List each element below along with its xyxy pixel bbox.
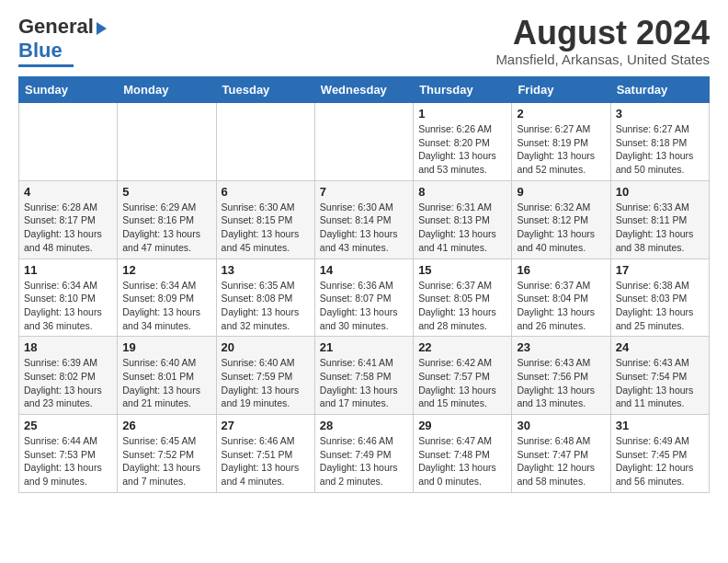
- day-info: Sunrise: 6:44 AM Sunset: 7:53 PM Dayligh…: [24, 434, 112, 488]
- calendar-cell: 11Sunrise: 6:34 AM Sunset: 8:10 PM Dayli…: [19, 259, 118, 337]
- day-info: Sunrise: 6:32 AM Sunset: 8:12 PM Dayligh…: [517, 201, 605, 255]
- title-area: August 2024 Mansfield, Arkansas, United …: [495, 15, 710, 67]
- day-info: Sunrise: 6:41 AM Sunset: 7:58 PM Dayligh…: [320, 356, 408, 410]
- calendar-cell: 5Sunrise: 6:29 AM Sunset: 8:16 PM Daylig…: [118, 180, 216, 259]
- header-day-thursday: Thursday: [414, 77, 512, 103]
- day-info: Sunrise: 6:31 AM Sunset: 8:13 PM Dayligh…: [418, 201, 506, 255]
- calendar-cell: 18Sunrise: 6:39 AM Sunset: 8:02 PM Dayli…: [19, 337, 118, 415]
- calendar-cell: 31Sunrise: 6:49 AM Sunset: 7:45 PM Dayli…: [610, 415, 709, 493]
- day-number: 5: [122, 185, 210, 199]
- calendar-cell: 23Sunrise: 6:43 AM Sunset: 7:56 PM Dayli…: [512, 337, 610, 415]
- logo-text-general: General: [18, 15, 94, 39]
- day-info: Sunrise: 6:29 AM Sunset: 8:16 PM Dayligh…: [122, 201, 210, 255]
- day-number: 10: [616, 185, 704, 199]
- calendar-cell: 30Sunrise: 6:48 AM Sunset: 7:47 PM Dayli…: [512, 415, 610, 493]
- calendar-cell: [314, 103, 413, 181]
- location-title: Mansfield, Arkansas, United States: [495, 52, 710, 67]
- calendar-cell: 24Sunrise: 6:43 AM Sunset: 7:54 PM Dayli…: [610, 337, 709, 415]
- day-info: Sunrise: 6:30 AM Sunset: 8:15 PM Dayligh…: [222, 201, 310, 255]
- day-number: 11: [24, 263, 112, 277]
- calendar-week-row: 25Sunrise: 6:44 AM Sunset: 7:53 PM Dayli…: [19, 415, 710, 493]
- calendar-cell: 1Sunrise: 6:26 AM Sunset: 8:20 PM Daylig…: [414, 103, 512, 181]
- header-day-sunday: Sunday: [19, 77, 118, 103]
- day-info: Sunrise: 6:42 AM Sunset: 7:57 PM Dayligh…: [418, 356, 506, 410]
- day-number: 14: [320, 263, 408, 277]
- month-title: August 2024: [495, 15, 710, 52]
- calendar-table: SundayMondayTuesdayWednesdayThursdayFrid…: [18, 76, 710, 493]
- day-info: Sunrise: 6:33 AM Sunset: 8:11 PM Dayligh…: [616, 201, 704, 255]
- calendar-cell: 29Sunrise: 6:47 AM Sunset: 7:48 PM Dayli…: [414, 415, 512, 493]
- day-info: Sunrise: 6:45 AM Sunset: 7:52 PM Dayligh…: [122, 434, 210, 488]
- logo: General Blue: [18, 15, 107, 67]
- calendar-cell: 12Sunrise: 6:34 AM Sunset: 8:09 PM Dayli…: [118, 259, 216, 337]
- day-number: 23: [517, 340, 605, 354]
- calendar-week-row: 18Sunrise: 6:39 AM Sunset: 8:02 PM Dayli…: [19, 337, 710, 415]
- day-number: 13: [222, 263, 310, 277]
- day-info: Sunrise: 6:46 AM Sunset: 7:51 PM Dayligh…: [222, 434, 310, 488]
- day-info: Sunrise: 6:46 AM Sunset: 7:49 PM Dayligh…: [320, 434, 408, 488]
- calendar-cell: 7Sunrise: 6:30 AM Sunset: 8:14 PM Daylig…: [314, 180, 413, 259]
- day-number: 18: [24, 340, 112, 354]
- calendar-cell: 2Sunrise: 6:27 AM Sunset: 8:19 PM Daylig…: [512, 103, 610, 181]
- day-info: Sunrise: 6:37 AM Sunset: 8:04 PM Dayligh…: [517, 279, 605, 333]
- day-number: 20: [222, 340, 310, 354]
- day-number: 29: [418, 419, 506, 432]
- day-info: Sunrise: 6:34 AM Sunset: 8:09 PM Dayligh…: [122, 279, 210, 333]
- day-number: 4: [24, 185, 112, 199]
- day-number: 9: [517, 185, 605, 199]
- day-number: 3: [616, 107, 704, 121]
- day-info: Sunrise: 6:37 AM Sunset: 8:05 PM Dayligh…: [418, 279, 506, 333]
- day-number: 6: [222, 185, 310, 199]
- day-info: Sunrise: 6:28 AM Sunset: 8:17 PM Dayligh…: [24, 201, 112, 255]
- day-info: Sunrise: 6:38 AM Sunset: 8:03 PM Dayligh…: [616, 279, 704, 333]
- day-info: Sunrise: 6:40 AM Sunset: 7:59 PM Dayligh…: [222, 356, 310, 410]
- day-info: Sunrise: 6:47 AM Sunset: 7:48 PM Dayligh…: [418, 434, 506, 488]
- calendar-cell: 20Sunrise: 6:40 AM Sunset: 7:59 PM Dayli…: [216, 337, 314, 415]
- calendar-week-row: 11Sunrise: 6:34 AM Sunset: 8:10 PM Dayli…: [19, 259, 710, 337]
- day-info: Sunrise: 6:43 AM Sunset: 7:56 PM Dayligh…: [517, 356, 605, 410]
- calendar-cell: 8Sunrise: 6:31 AM Sunset: 8:13 PM Daylig…: [414, 180, 512, 259]
- calendar-week-row: 1Sunrise: 6:26 AM Sunset: 8:20 PM Daylig…: [19, 103, 710, 181]
- day-number: 24: [616, 340, 704, 354]
- day-number: 31: [616, 419, 704, 432]
- day-info: Sunrise: 6:39 AM Sunset: 8:02 PM Dayligh…: [24, 356, 112, 410]
- day-info: Sunrise: 6:36 AM Sunset: 8:07 PM Dayligh…: [320, 279, 408, 333]
- day-number: 2: [517, 107, 605, 121]
- logo-arrow-icon: [97, 22, 107, 35]
- header: General Blue August 2024 Mansfield, Arka…: [18, 15, 710, 67]
- logo-text-blue: Blue: [18, 39, 63, 63]
- header-day-tuesday: Tuesday: [216, 77, 314, 103]
- day-info: Sunrise: 6:49 AM Sunset: 7:45 PM Dayligh…: [616, 434, 704, 488]
- calendar-cell: [216, 103, 314, 181]
- calendar-cell: 16Sunrise: 6:37 AM Sunset: 8:04 PM Dayli…: [512, 259, 610, 337]
- header-day-friday: Friday: [512, 77, 610, 103]
- day-number: 21: [320, 340, 408, 354]
- day-info: Sunrise: 6:35 AM Sunset: 8:08 PM Dayligh…: [222, 279, 310, 333]
- calendar-cell: [118, 103, 216, 181]
- logo-line2: Blue: [18, 39, 63, 63]
- calendar-header-row: SundayMondayTuesdayWednesdayThursdayFrid…: [19, 77, 710, 103]
- day-info: Sunrise: 6:27 AM Sunset: 8:19 PM Dayligh…: [517, 122, 605, 177]
- day-number: 8: [418, 185, 506, 199]
- logo-underline: [18, 64, 74, 67]
- calendar-cell: 6Sunrise: 6:30 AM Sunset: 8:15 PM Daylig…: [216, 180, 314, 259]
- day-number: 27: [222, 419, 310, 432]
- day-number: 7: [320, 185, 408, 199]
- day-info: Sunrise: 6:26 AM Sunset: 8:20 PM Dayligh…: [418, 122, 506, 177]
- calendar-cell: 10Sunrise: 6:33 AM Sunset: 8:11 PM Dayli…: [610, 180, 709, 259]
- day-number: 25: [24, 419, 112, 432]
- calendar-cell: 19Sunrise: 6:40 AM Sunset: 8:01 PM Dayli…: [118, 337, 216, 415]
- day-number: 12: [122, 263, 210, 277]
- calendar-week-row: 4Sunrise: 6:28 AM Sunset: 8:17 PM Daylig…: [19, 180, 710, 259]
- calendar-cell: 3Sunrise: 6:27 AM Sunset: 8:18 PM Daylig…: [610, 103, 709, 181]
- logo-line1: General: [18, 15, 107, 39]
- calendar-cell: 22Sunrise: 6:42 AM Sunset: 7:57 PM Dayli…: [414, 337, 512, 415]
- calendar-cell: 4Sunrise: 6:28 AM Sunset: 8:17 PM Daylig…: [19, 180, 118, 259]
- calendar-cell: 9Sunrise: 6:32 AM Sunset: 8:12 PM Daylig…: [512, 180, 610, 259]
- day-info: Sunrise: 6:48 AM Sunset: 7:47 PM Dayligh…: [517, 434, 605, 488]
- day-info: Sunrise: 6:30 AM Sunset: 8:14 PM Dayligh…: [320, 201, 408, 255]
- header-day-monday: Monday: [118, 77, 216, 103]
- header-day-wednesday: Wednesday: [314, 77, 413, 103]
- calendar-cell: [19, 103, 118, 181]
- calendar-cell: 13Sunrise: 6:35 AM Sunset: 8:08 PM Dayli…: [216, 259, 314, 337]
